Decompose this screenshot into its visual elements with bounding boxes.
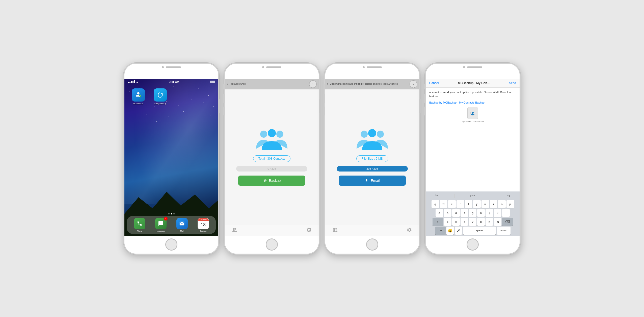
key-t[interactable]: t <box>465 200 472 208</box>
mcbackup-icon-img <box>132 88 145 102</box>
volume-up-button[interactable] <box>324 94 325 103</box>
mute-button[interactable] <box>223 84 225 89</box>
volume-up-button[interactable] <box>424 94 425 103</box>
key-s[interactable]: s <box>444 209 451 217</box>
settings-tab-icon[interactable] <box>306 227 312 234</box>
backup-button[interactable]: Backup <box>238 176 305 186</box>
space-key[interactable]: space <box>463 227 496 235</box>
key-g[interactable]: g <box>469 209 476 217</box>
key-a[interactable]: a <box>436 209 443 217</box>
easybackup-app-icon[interactable]: Easy Backup <box>151 88 170 105</box>
volume-down-button[interactable] <box>123 107 124 115</box>
key-m[interactable]: m <box>494 218 501 226</box>
volume-up-button[interactable] <box>223 94 225 103</box>
app-grid: MCBackup Easy Backup <box>124 83 218 107</box>
key-h[interactable]: h <box>477 209 485 217</box>
svg-point-30 <box>361 131 368 138</box>
ad-triangle-icon: ▷ <box>227 83 228 85</box>
key-d[interactable]: d <box>452 209 460 217</box>
key-c[interactable]: c <box>461 218 468 226</box>
key-q[interactable]: q <box>432 200 439 208</box>
key-y[interactable]: y <box>473 200 481 208</box>
backspace-key[interactable]: ⌫ <box>502 218 513 226</box>
mic-key[interactable]: 🎤 <box>455 227 462 235</box>
key-f[interactable]: f <box>461 209 468 217</box>
key-r[interactable]: r <box>457 200 464 208</box>
key-e[interactable]: e <box>448 200 456 208</box>
phone-4: Cancel MCBackup - My Con... Send account… <box>425 63 521 255</box>
mcbackup-app-icon[interactable]: MCBackup <box>129 88 148 105</box>
contacts-count-text: Total : 308 Contacts <box>258 157 285 160</box>
volume-up-button[interactable] <box>123 94 124 103</box>
power-button[interactable] <box>319 99 320 113</box>
key-j[interactable]: j <box>486 209 493 217</box>
contacts-illustration-done <box>355 129 390 151</box>
keyboard: the | your | my q w e r t y <box>426 191 520 236</box>
dock-messages[interactable]: 2 Messages <box>155 218 167 232</box>
key-x[interactable]: x <box>452 218 460 226</box>
emoji-key[interactable]: 😊 <box>446 227 454 235</box>
mute-button[interactable] <box>424 84 425 89</box>
suggestion-3[interactable]: my <box>505 193 512 198</box>
send-button[interactable]: Send <box>509 81 516 85</box>
home-button[interactable] <box>467 238 479 251</box>
mute-button[interactable] <box>123 84 124 89</box>
ad-forward-button-2[interactable]: › <box>410 80 417 88</box>
compose-link[interactable]: Backup by MCBackup - My Contacts Backup <box>429 101 516 105</box>
key-l[interactable]: l <box>502 209 510 217</box>
key-u[interactable]: u <box>481 200 489 208</box>
dock-mail[interactable]: Mail <box>176 218 188 232</box>
svg-point-21 <box>196 118 196 119</box>
svg-point-28 <box>233 228 235 230</box>
key-i[interactable]: i <box>490 200 497 208</box>
power-button[interactable] <box>419 99 421 113</box>
svg-point-25 <box>260 131 267 138</box>
mcbackup-label: MCBackup <box>133 103 143 105</box>
shift-key[interactable]: ⇧ <box>433 218 443 226</box>
progress-text-done: 308 / 308 <box>366 167 378 170</box>
dock-phone[interactable]: Phone <box>134 218 145 232</box>
volume-down-button[interactable] <box>324 107 325 115</box>
numbers-key[interactable]: 123 <box>435 227 446 235</box>
svg-point-18 <box>156 121 157 121</box>
dot-1 <box>168 213 170 214</box>
contacts-tab-icon[interactable] <box>232 227 237 234</box>
settings-tab-icon-2[interactable] <box>407 227 412 234</box>
svg-point-20 <box>183 111 184 112</box>
volume-down-button[interactable] <box>424 107 425 115</box>
cancel-button[interactable]: Cancel <box>429 81 439 85</box>
home-button[interactable] <box>366 238 378 251</box>
key-b[interactable]: b <box>477 218 485 226</box>
keyboard-row-2: a s d f g h j k l <box>426 209 519 217</box>
keyboard-row-1: q w e r t y u i o p <box>426 200 519 208</box>
home-button[interactable] <box>165 238 177 251</box>
keyboard-row-4: 123 😊 🎤 space return <box>426 227 519 235</box>
home-button[interactable] <box>266 238 278 251</box>
key-k[interactable]: k <box>494 209 501 217</box>
return-key[interactable]: return <box>497 227 511 235</box>
svg-point-36 <box>472 112 474 114</box>
power-button[interactable] <box>219 99 220 113</box>
key-w[interactable]: w <box>440 200 447 208</box>
compose-title: MCBackup - My Con... <box>458 81 490 85</box>
dot-2 <box>171 213 172 214</box>
email-compose-screen: Cancel MCBackup - My Con... Send account… <box>426 79 520 236</box>
svg-point-29 <box>235 228 236 230</box>
dock-calendar[interactable]: Thursday 18 Calendar <box>198 218 209 232</box>
key-n[interactable]: n <box>486 218 493 226</box>
ad-banner[interactable]: ▷ Tool & Die Shop › <box>225 79 319 89</box>
key-p[interactable]: p <box>506 200 514 208</box>
suggestion-2[interactable]: your <box>468 193 477 198</box>
power-button[interactable] <box>520 99 521 113</box>
suggestion-1[interactable]: the <box>433 193 440 198</box>
email-button[interactable]: Email <box>339 176 406 186</box>
ad-forward-button[interactable]: › <box>309 80 317 88</box>
key-z[interactable]: z <box>444 218 451 226</box>
key-o[interactable]: o <box>498 200 506 208</box>
mute-button[interactable] <box>324 84 325 89</box>
contacts-tab-icon-2[interactable] <box>332 227 338 234</box>
volume-down-button[interactable] <box>223 107 225 115</box>
svg-point-19 <box>169 116 169 117</box>
key-v[interactable]: v <box>469 218 476 226</box>
ad-banner-2[interactable]: ▷ Custom machining and grinding of carbi… <box>325 79 419 89</box>
